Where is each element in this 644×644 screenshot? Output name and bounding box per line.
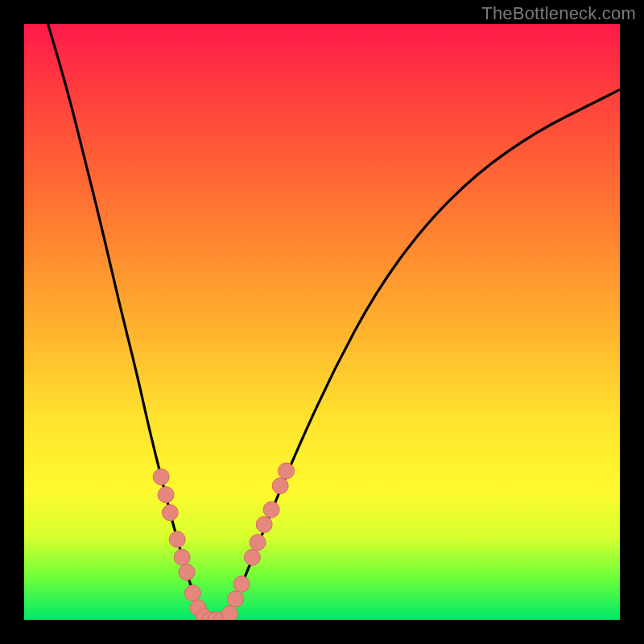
curve-marker: [169, 531, 185, 547]
curve-svg: [24, 24, 620, 620]
curve-marker: [158, 487, 174, 503]
watermark-text: TheBottleneck.com: [481, 3, 636, 24]
curve-marker: [162, 505, 178, 521]
chart-frame: TheBottleneck.com: [0, 0, 644, 644]
curve-marker: [263, 502, 279, 518]
curve-marker: [250, 535, 266, 551]
curve-marker: [233, 576, 250, 592]
gradient-plot-area: [24, 24, 620, 620]
curve-marker: [244, 549, 260, 565]
curve-marker: [174, 549, 190, 565]
curve-marker: [279, 463, 295, 479]
curve-marker: [153, 469, 169, 485]
curve-marker: [221, 606, 237, 620]
curve-marker: [256, 517, 272, 533]
curve-marker: [272, 478, 288, 494]
curve-marker: [179, 564, 195, 580]
curve-markers: [153, 463, 294, 620]
curve-marker: [228, 591, 244, 607]
bottleneck-curve: [48, 24, 620, 620]
curve-marker: [184, 585, 200, 601]
